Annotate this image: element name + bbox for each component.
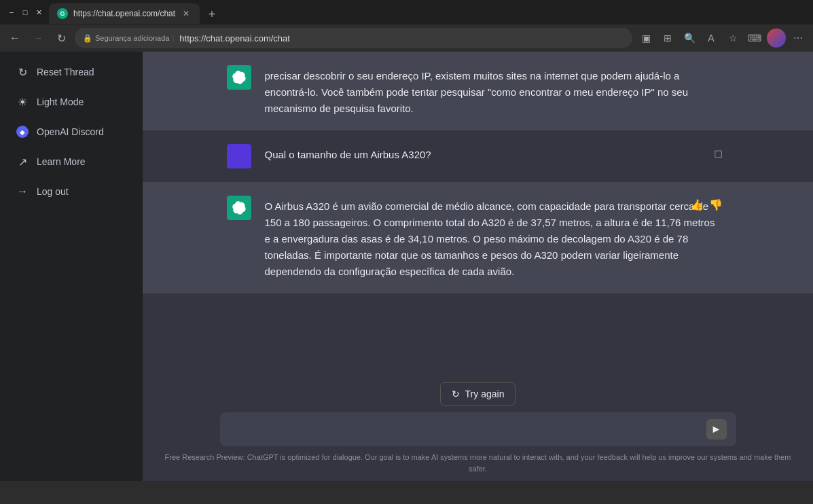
sidebar: ↻ Reset Thread ☀ Light Mode ◆ OpenAI Dis… xyxy=(0,52,143,481)
maximize-button[interactable]: □ xyxy=(20,7,30,17)
title-bar: − □ ✕ G https://chat.openai.com/chat ✕ + xyxy=(0,0,813,24)
tab-title: https://chat.openai.com/chat xyxy=(73,9,175,18)
forward-button[interactable]: → xyxy=(29,29,48,48)
logout-icon: → xyxy=(16,185,29,198)
sun-icon: ☀ xyxy=(16,96,29,108)
nav-bar: ← → ↻ 🔒 Segurança adicionada | https://c… xyxy=(0,24,813,52)
window-controls: − □ ✕ xyxy=(7,7,43,17)
browser-chrome: − □ ✕ G https://chat.openai.com/chat ✕ +… xyxy=(0,0,813,52)
message-inner-user: Qual o tamanho de um Airbus A320? ◻ xyxy=(206,144,750,168)
sidebar-label-logout: Log out xyxy=(37,186,69,197)
search-button[interactable]: 🔍 xyxy=(680,29,699,48)
favorites-button[interactable]: ☆ xyxy=(723,29,742,48)
menu-button[interactable]: ⋯ xyxy=(789,29,808,48)
tab-favicon: G xyxy=(57,8,68,19)
sidebar-item-reset-thread[interactable]: ↻ Reset Thread xyxy=(5,58,137,86)
security-icon: 🔒 xyxy=(83,34,92,43)
message-block-assistant: O Airbus A320 é um avião comercial de mé… xyxy=(143,182,813,293)
active-tab[interactable]: G https://chat.openai.com/chat ✕ xyxy=(49,3,200,24)
main-content: precisar descobrir o seu endereço IP, ex… xyxy=(143,52,813,481)
extensions-button[interactable]: ⌨ xyxy=(745,29,764,48)
screen-capture-button[interactable]: ▣ xyxy=(636,29,655,48)
sidebar-label-learn-more: Learn More xyxy=(37,156,86,167)
message-inner-partial: precisar descobrir o seu endereço IP, ex… xyxy=(206,65,750,117)
try-again-label: Try again xyxy=(465,389,505,399)
reader-mode-button[interactable]: A xyxy=(702,29,721,48)
back-button[interactable]: ← xyxy=(5,29,24,48)
external-link-icon: ↗ xyxy=(16,156,29,168)
user-message-text: Qual o tamanho de um Airbus A320? xyxy=(265,144,723,163)
sidebar-label-discord: OpenAI Discord xyxy=(37,126,104,137)
partial-message-text: precisar descobrir o seu endereço IP, ex… xyxy=(265,65,723,117)
thumb-icons: 👍 👎 xyxy=(690,198,723,211)
user-message-actions: ◻ xyxy=(714,147,723,160)
chat-messages: precisar descobrir o seu endereço IP, ex… xyxy=(143,52,813,374)
sidebar-item-log-out[interactable]: → Log out xyxy=(5,177,137,206)
tab-grid-button[interactable]: ⊞ xyxy=(658,29,677,48)
separator: | xyxy=(172,34,174,42)
address-bar[interactable]: 🔒 Segurança adicionada | https://chat.op… xyxy=(75,28,632,48)
thumbs-down-icon[interactable]: 👎 xyxy=(709,198,723,211)
thumbs-up-icon[interactable]: 👍 xyxy=(690,198,704,211)
chat-bottom: ↻ Try again ► xyxy=(143,374,813,446)
sidebar-label-reset: Reset Thread xyxy=(37,67,94,77)
refresh-icon: ↻ xyxy=(452,389,460,399)
discord-icon: ◆ xyxy=(16,126,29,138)
sidebar-item-openai-discord[interactable]: ◆ OpenAI Discord xyxy=(5,118,137,146)
reload-button[interactable]: ↻ xyxy=(52,29,71,48)
assistant-avatar xyxy=(227,196,251,220)
message-block-user: Qual o tamanho de um Airbus A320? ◻ xyxy=(143,130,813,182)
input-row: ► xyxy=(220,412,736,446)
try-again-button[interactable]: ↻ Try again xyxy=(440,382,516,406)
close-button[interactable]: ✕ xyxy=(34,7,43,17)
tab-close-button[interactable]: ✕ xyxy=(181,9,192,18)
chat-input[interactable] xyxy=(230,422,700,437)
send-button[interactable]: ► xyxy=(706,419,727,439)
profile-button[interactable] xyxy=(767,29,786,48)
sidebar-item-learn-more[interactable]: ↗ Learn More xyxy=(5,147,137,176)
message-inner-assistant: O Airbus A320 é um avião comercial de mé… xyxy=(206,196,750,280)
send-icon: ► xyxy=(711,423,722,435)
sidebar-item-light-mode[interactable]: ☀ Light Mode xyxy=(5,88,137,116)
security-badge: 🔒 Segurança adicionada | xyxy=(83,34,174,43)
nav-tools: ▣ ⊞ 🔍 A ☆ ⌨ ⋯ xyxy=(636,29,808,48)
reset-icon: ↻ xyxy=(16,66,29,78)
assistant-avatar-partial xyxy=(227,65,251,90)
edit-message-icon[interactable]: ◻ xyxy=(714,147,723,160)
footer-note: Free Research Preview: ChatGPT is optimi… xyxy=(143,446,813,481)
message-block-partial: precisar descobrir o seu endereço IP, ex… xyxy=(143,52,813,130)
minimize-button[interactable]: − xyxy=(7,7,16,17)
security-label: Segurança adicionada xyxy=(95,34,169,42)
user-avatar xyxy=(227,144,251,168)
assistant-message-text: O Airbus A320 é um avião comercial de mé… xyxy=(265,196,723,280)
sidebar-label-light-mode: Light Mode xyxy=(37,96,84,107)
app-container: ↻ Reset Thread ☀ Light Mode ◆ OpenAI Dis… xyxy=(0,52,813,481)
new-tab-button[interactable]: + xyxy=(202,5,221,24)
tab-bar: G https://chat.openai.com/chat ✕ + xyxy=(49,1,806,24)
url-text: https://chat.openai.com/chat xyxy=(179,33,624,43)
